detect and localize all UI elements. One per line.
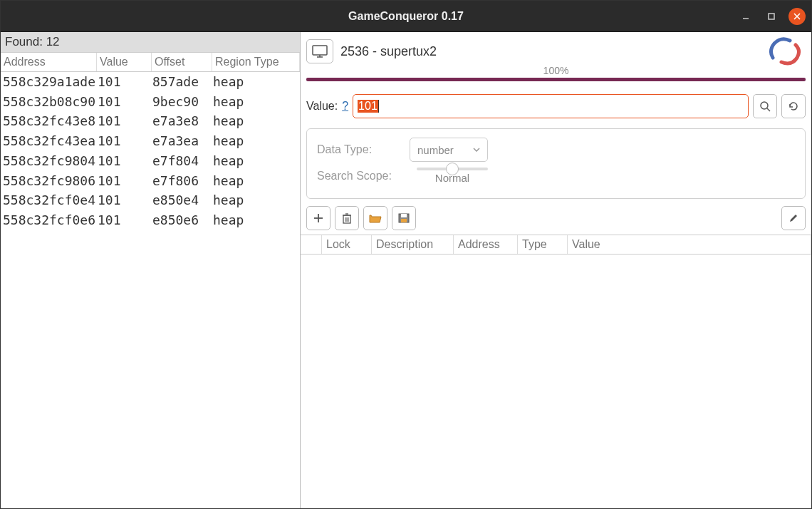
- cell-region: heap: [213, 92, 300, 112]
- cell-offset: e7a3e8: [152, 111, 213, 131]
- svg-rect-4: [313, 46, 327, 55]
- cell-value: 101: [98, 131, 152, 151]
- cell-offset: e7f804: [152, 151, 213, 171]
- cell-offset: e7f806: [152, 171, 213, 191]
- window-controls: [737, 8, 806, 25]
- value-row: Value: ? 101: [306, 94, 806, 118]
- window-title: GameConqueror 0.17: [348, 10, 464, 23]
- datatype-label: Data Type:: [317, 143, 395, 156]
- pencil-icon: [788, 213, 798, 223]
- maximize-button[interactable]: [763, 8, 780, 25]
- cell-offset: 9bec90: [152, 92, 213, 112]
- value-label: Value:: [306, 100, 338, 113]
- svg-rect-18: [401, 214, 407, 217]
- refresh-icon: [788, 101, 799, 112]
- chevron-down-icon: [473, 148, 480, 152]
- trash-icon: [342, 212, 352, 224]
- progress-text: 100%: [543, 65, 569, 76]
- search-icon: [759, 101, 771, 112]
- result-row[interactable]: 558c32fcf0e4101e850e4heap: [1, 190, 300, 210]
- header-offset[interactable]: Offset: [152, 53, 212, 71]
- save-cheat-button[interactable]: [392, 206, 416, 230]
- plus-icon: [313, 213, 323, 223]
- search-button[interactable]: [753, 94, 777, 118]
- datatype-select[interactable]: number: [410, 138, 488, 162]
- titlebar: GameConqueror 0.17: [1, 1, 811, 32]
- scope-slider[interactable]: [417, 168, 488, 170]
- scope-label: Search Scope:: [317, 170, 395, 182]
- result-row[interactable]: 558c32b08c901019bec90heap: [1, 92, 300, 112]
- value-help-link[interactable]: ?: [342, 100, 348, 113]
- cell-address: 558c329a1ade: [3, 72, 98, 92]
- header-region[interactable]: Region Type: [212, 53, 300, 71]
- cell-value: 101: [98, 92, 152, 112]
- add-cheat-button[interactable]: [306, 206, 330, 230]
- results-body[interactable]: 558c329a1ade101857adeheap558c32b08c90101…: [1, 72, 300, 230]
- svg-rect-19: [401, 219, 407, 222]
- results-pane: Found: 12 Address Value Offset Region Ty…: [1, 32, 301, 508]
- cell-region: heap: [213, 111, 300, 131]
- cheat-header-value[interactable]: Value: [568, 235, 811, 254]
- close-button[interactable]: [788, 8, 806, 25]
- reset-button[interactable]: [781, 94, 806, 118]
- process-label: 2536 - supertux2: [340, 44, 437, 59]
- monitor-icon: [312, 45, 328, 58]
- cell-address: 558c32fc43ea: [3, 131, 98, 151]
- result-row[interactable]: 558c32fcf0e6101e850e6heap: [1, 210, 300, 230]
- cheat-header-blank[interactable]: [301, 235, 322, 254]
- app-window: GameConqueror 0.17 Found: 12 Address Val…: [0, 0, 812, 509]
- open-cheat-button[interactable]: [363, 206, 387, 230]
- folder-open-icon: [369, 213, 382, 223]
- result-row[interactable]: 558c32fc9804101e7f804heap: [1, 151, 300, 171]
- cell-address: 558c32fc43e8: [3, 111, 98, 131]
- cell-offset: e850e6: [152, 210, 213, 230]
- search-options: Data Type: number Search Scope: Norma: [306, 128, 806, 199]
- svg-point-7: [761, 102, 768, 109]
- header-address[interactable]: Address: [1, 53, 97, 71]
- cell-value: 101: [98, 111, 152, 131]
- cheat-list-header: Lock Description Address Type Value: [301, 235, 811, 254]
- cell-offset: 857ade: [152, 72, 213, 92]
- search-pane: 2536 - supertux2 100% Value: ?: [301, 32, 811, 508]
- cell-value: 101: [98, 190, 152, 210]
- cell-value: 101: [98, 72, 152, 92]
- minimize-button[interactable]: [737, 8, 754, 25]
- cheat-list-body[interactable]: [301, 254, 811, 508]
- svg-rect-1: [769, 14, 774, 19]
- cell-address: 558c32b08c90: [3, 92, 98, 112]
- cell-value: 101: [98, 151, 152, 171]
- cheat-header-description[interactable]: Description: [372, 235, 454, 254]
- found-count: Found: 12: [1, 32, 300, 53]
- cell-address: 558c32fc9806: [3, 171, 98, 191]
- cheat-toolbar: [306, 206, 806, 230]
- cell-region: heap: [213, 72, 300, 92]
- delete-cheat-button[interactable]: [335, 206, 359, 230]
- cheat-header-address[interactable]: Address: [454, 235, 518, 254]
- cell-offset: e7a3ea: [152, 131, 213, 151]
- app-logo: [767, 36, 803, 66]
- progress-bar: 100%: [306, 78, 806, 81]
- save-icon: [398, 213, 410, 223]
- memory-editor-button[interactable]: [781, 206, 806, 230]
- header-value[interactable]: Value: [97, 53, 152, 71]
- cell-region: heap: [213, 171, 300, 191]
- cell-region: heap: [213, 190, 300, 210]
- result-row[interactable]: 558c32fc43e8101e7a3e8heap: [1, 111, 300, 131]
- result-row[interactable]: 558c32fc43ea101e7a3eaheap: [1, 131, 300, 151]
- svg-line-8: [767, 108, 770, 111]
- cheat-header-type[interactable]: Type: [518, 235, 568, 254]
- cell-address: 558c32fc9804: [3, 151, 98, 171]
- process-row: 2536 - supertux2: [306, 36, 806, 66]
- result-row[interactable]: 558c329a1ade101857adeheap: [1, 72, 300, 92]
- cheat-header-lock[interactable]: Lock: [322, 235, 372, 254]
- cell-offset: e850e4: [152, 190, 213, 210]
- content-area: Found: 12 Address Value Offset Region Ty…: [1, 32, 811, 508]
- result-row[interactable]: 558c32fc9806101e7f806heap: [1, 171, 300, 191]
- value-input[interactable]: 101: [353, 94, 749, 118]
- select-process-button[interactable]: [306, 39, 333, 63]
- cell-address: 558c32fcf0e4: [3, 190, 98, 210]
- cell-region: heap: [213, 131, 300, 151]
- cell-value: 101: [98, 210, 152, 230]
- cell-value: 101: [98, 171, 152, 191]
- results-header: Address Value Offset Region Type: [1, 53, 300, 72]
